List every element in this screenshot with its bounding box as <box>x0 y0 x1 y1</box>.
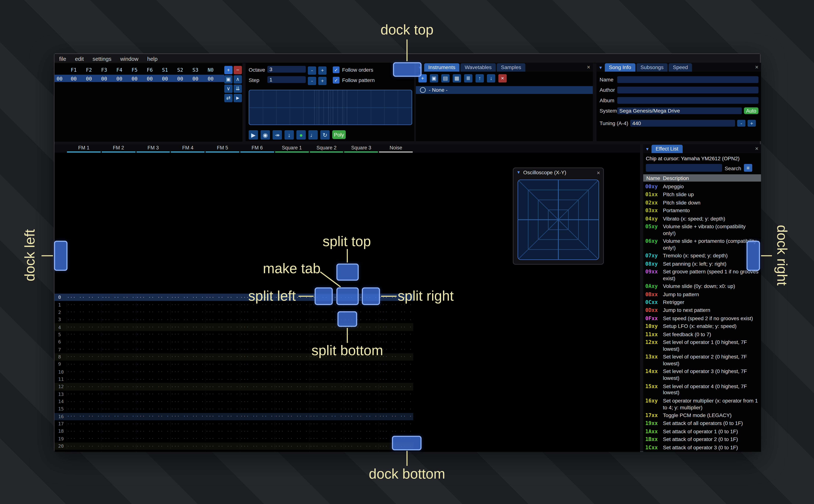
pattern-cell[interactable]: ··· ·· ·· ··· <box>309 362 344 367</box>
channel-header-noise[interactable]: Noise <box>378 144 413 153</box>
pattern-cell[interactable]: ··· ·· ·· ··· <box>101 399 136 404</box>
pattern-cell[interactable]: ··· ·· ·· ··· <box>170 362 205 367</box>
oscilloscope-title-bar[interactable]: ▼ Oscilloscope (X-Y) × <box>513 168 603 177</box>
pattern-cell[interactable]: ··· ·· ·· ··· <box>378 429 413 434</box>
pattern-cell[interactable]: ··· ·· ·· ··· <box>274 362 309 367</box>
pattern-cell[interactable]: ··· ·· ·· ··· <box>205 347 240 352</box>
pattern-cell[interactable]: ··· ·· ·· ··· <box>136 302 170 307</box>
pattern-cell[interactable]: ··· ·· ·· ··· <box>101 429 136 434</box>
pattern-cell[interactable]: ··· ·· ·· ··· <box>240 436 274 441</box>
pattern-cell[interactable]: ··· ·· ·· ··· <box>101 295 136 300</box>
pattern-cell[interactable]: ··· ·· ·· ··· <box>274 407 309 411</box>
pattern-cell[interactable]: ··· ·· ·· ··· <box>170 451 205 452</box>
pattern-cell[interactable]: ··· ·· ·· ··· <box>170 407 205 411</box>
pattern-row[interactable]: 18··· ·· ·· ······ ·· ·· ······ ·· ·· ··… <box>55 428 413 435</box>
pattern-row[interactable]: 16··· ·· ·· ······ ·· ·· ······ ·· ·· ··… <box>55 413 413 420</box>
pattern-cell[interactable]: ··· ·· ·· ··· <box>136 444 170 449</box>
pattern-cell[interactable]: ··· ·· ·· ··· <box>170 399 205 404</box>
pattern-cell[interactable]: ··· ·· ·· ··· <box>378 399 413 404</box>
pattern-cell[interactable]: ··· ·· ·· ··· <box>205 362 240 367</box>
dock-bottom-target-button[interactable] <box>392 436 422 450</box>
pattern-cell[interactable]: ··· ·· ·· ··· <box>136 407 170 411</box>
pattern-cell[interactable]: ··· ·· ·· ··· <box>309 422 344 426</box>
pattern-cell[interactable]: ··· ·· ·· ··· <box>378 355 413 359</box>
pattern-cell[interactable]: ··· ·· ·· ··· <box>205 325 240 329</box>
pattern-cell[interactable]: ··· ·· ·· ··· <box>274 340 309 344</box>
pattern-cell[interactable]: ··· ·· ·· ··· <box>309 436 344 441</box>
pattern-cell[interactable]: ··· ·· ·· ··· <box>101 355 136 359</box>
pattern-cell[interactable]: ··· ·· ·· ··· <box>101 414 136 419</box>
pattern-cell[interactable]: ··· ·· ·· ··· <box>205 295 240 300</box>
pattern-cell[interactable]: ··· ·· ·· ··· <box>170 302 205 307</box>
effect-row[interactable]: 0CxxRetrigger <box>643 299 761 306</box>
pattern-cell[interactable]: ··· ·· ·· ··· <box>378 347 413 352</box>
pattern-row[interactable]: 9··· ·· ·· ······ ·· ·· ······ ·· ·· ···… <box>55 361 413 368</box>
step-row-button[interactable]: ↠ <box>273 130 282 140</box>
pattern-cell[interactable]: ··· ·· ·· ··· <box>66 347 101 352</box>
pattern-row[interactable]: 12··· ·· ·· ······ ·· ·· ······ ·· ·· ··… <box>55 383 413 390</box>
pattern-cell[interactable]: ··· ·· ·· ··· <box>136 429 170 434</box>
pattern-cell[interactable]: ··· ·· ·· ··· <box>309 392 344 396</box>
pattern-cell[interactable]: ··· ·· ·· ··· <box>170 436 205 441</box>
channel-header-fm-1[interactable]: FM 1 <box>66 144 101 153</box>
pattern-cell[interactable]: ··· ·· ·· ··· <box>170 355 205 359</box>
pattern-cell[interactable]: ··· ·· ·· ··· <box>344 444 378 449</box>
pattern-cell[interactable]: ··· ·· ·· ··· <box>378 362 413 367</box>
pattern-row[interactable]: 2··· ·· ·· ······ ·· ·· ······ ·· ·· ···… <box>55 309 413 316</box>
pattern-cell[interactable]: ··· ·· ·· ··· <box>240 399 274 404</box>
tuning-increase-button[interactable]: + <box>747 120 756 127</box>
pattern-cell[interactable]: ··· ·· ·· ··· <box>66 325 101 329</box>
pattern-cell[interactable]: ··· ·· ·· ··· <box>136 347 170 352</box>
pattern-cell[interactable]: ··· ·· ·· ··· <box>101 436 136 441</box>
menu-item-help[interactable]: help <box>147 55 158 62</box>
pattern-cell[interactable]: ··· ·· ·· ··· <box>170 429 205 434</box>
pattern-cell[interactable]: ··· ·· ·· ··· <box>66 422 101 426</box>
order-duplicate-button[interactable]: ▣ <box>224 75 233 83</box>
pattern-cell[interactable]: ··· ·· ·· ··· <box>274 347 309 352</box>
pattern-cell[interactable]: ··· ·· ·· ··· <box>205 392 240 396</box>
pattern-row[interactable]: 3··· ·· ·· ······ ·· ·· ······ ·· ·· ···… <box>55 316 413 323</box>
order-deep-clone-button[interactable]: ⇊ <box>233 85 242 93</box>
pattern-cell[interactable]: ··· ·· ·· ··· <box>344 451 378 452</box>
pattern-row[interactable]: 5··· ·· ·· ······ ·· ·· ······ ·· ·· ···… <box>55 331 413 338</box>
pattern-cell[interactable]: ··· ·· ·· ··· <box>66 362 101 367</box>
pattern-cell[interactable]: ··· ·· ·· ··· <box>101 422 136 426</box>
pattern-cell[interactable]: ··· ·· ·· ··· <box>240 370 274 374</box>
pattern-cell[interactable]: ··· ·· ·· ··· <box>136 362 170 367</box>
effect-row[interactable]: 12xxSet level of operator 1 (0 highest, … <box>643 339 761 353</box>
pattern-cell[interactable]: ··· ·· ·· ··· <box>274 422 309 426</box>
pattern-cell[interactable]: ··· ·· ·· ··· <box>136 355 170 359</box>
pattern-cell[interactable]: ··· ·· ·· ··· <box>309 332 344 337</box>
pattern-cell[interactable]: ··· ·· ·· ··· <box>136 332 170 337</box>
pattern-cell[interactable]: ··· ·· ·· ··· <box>101 444 136 449</box>
pattern-cell[interactable]: ··· ·· ·· ··· <box>205 370 240 374</box>
pattern-cell[interactable]: ··· ·· ·· ··· <box>170 377 205 381</box>
pattern-cell[interactable]: ··· ·· ·· ··· <box>66 392 101 396</box>
pattern-cell[interactable]: ··· ·· ·· ··· <box>170 347 205 352</box>
order-move-down-button[interactable]: ∨ <box>224 85 233 93</box>
system-input[interactable] <box>617 107 742 114</box>
effect-row[interactable]: 10xySetup LFO (x: enable; y: speed) <box>643 323 761 330</box>
pattern-cell[interactable]: ··· ·· ·· ··· <box>309 407 344 411</box>
pattern-cell[interactable]: ··· ·· ·· ··· <box>274 451 309 452</box>
pattern-cell[interactable]: ··· ·· ·· ··· <box>136 370 170 374</box>
name-input[interactable] <box>617 76 759 83</box>
pattern-cell[interactable]: ··· ·· ·· ··· <box>344 370 378 374</box>
channel-header-fm-3[interactable]: FM 3 <box>136 144 170 153</box>
pattern-cell[interactable]: ··· ·· ·· ··· <box>309 384 344 389</box>
play-pattern-button[interactable]: ◉ <box>261 130 270 140</box>
pattern-cell[interactable]: ··· ·· ·· ··· <box>170 392 205 396</box>
album-input[interactable] <box>617 97 759 104</box>
pattern-row[interactable]: 20··· ·· ·· ······ ·· ·· ······ ·· ·· ··… <box>55 442 413 450</box>
pattern-cell[interactable]: ··· ·· ·· ··· <box>378 392 413 396</box>
pattern-cell[interactable]: ··· ·· ·· ··· <box>205 355 240 359</box>
pattern-cell[interactable]: ··· ·· ·· ··· <box>344 436 378 441</box>
pattern-cell[interactable]: ··· ·· ·· ··· <box>205 429 240 434</box>
effect-list-menu-button[interactable]: ≡ <box>744 164 752 172</box>
oscilloscope-close-icon[interactable]: × <box>597 169 600 176</box>
pattern-cell[interactable]: ··· ·· ·· ··· <box>344 422 378 426</box>
make-tab-target-button[interactable] <box>336 287 359 305</box>
pattern-cell[interactable]: ··· ·· ·· ··· <box>170 340 205 344</box>
pattern-cell[interactable]: ··· ·· ·· ··· <box>101 340 136 344</box>
instrument-move-up-button[interactable]: ↑ <box>476 74 484 83</box>
